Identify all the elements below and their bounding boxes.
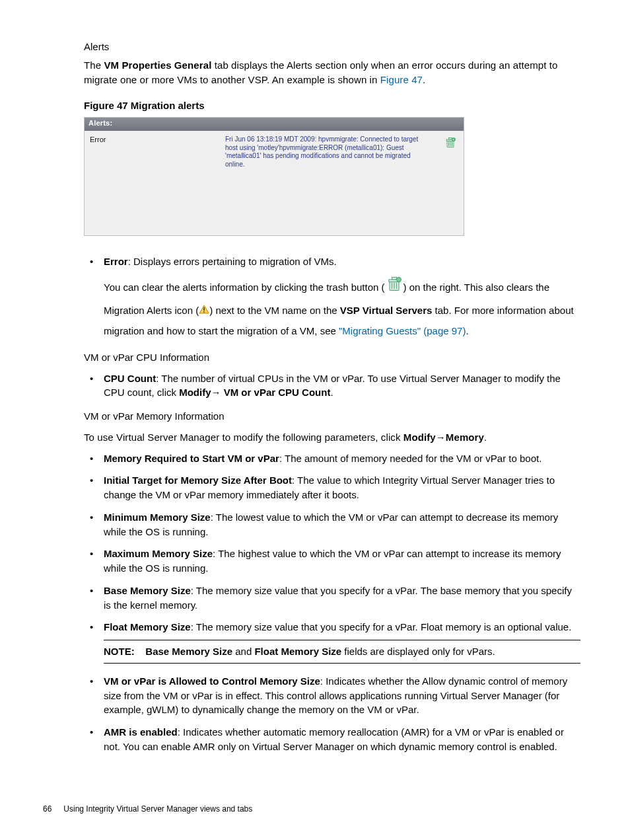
text-bold: VM or vPar CPU Count [221, 387, 331, 398]
page-number: 66 [43, 804, 61, 815]
figure-caption: Figure 47 Migration alerts [84, 98, 580, 113]
text: and [232, 646, 254, 657]
text: : The memory size value that you specify… [191, 621, 572, 632]
warning-icon [199, 301, 209, 321]
text: : Displays errors pertaining to migratio… [128, 256, 337, 267]
section-heading-cpu: VM or vPar CPU Information [84, 350, 580, 365]
intro-paragraph: The VM Properties General tab displays t… [84, 58, 580, 87]
list-item: Maximum Memory Size: The highest value t… [84, 547, 580, 576]
bullet-label: AMR is enabled [104, 726, 178, 738]
bullet-label: Minimum Memory Size [104, 512, 211, 523]
list-item: VM or vPar is Allowed to Control Memory … [84, 674, 580, 717]
svg-rect-9 [392, 277, 396, 280]
text: . [423, 74, 425, 85]
svg-rect-15 [203, 307, 205, 311]
svg-rect-16 [203, 311, 205, 313]
text: . [330, 387, 333, 398]
list-item: Float Memory Size: The memory size value… [84, 620, 580, 664]
footer-title: Using Integrity Virtual Server Manager v… [63, 804, 252, 814]
text-bold: Modify [403, 432, 436, 443]
list-item: Initial Target for Memory Size After Boo… [84, 473, 580, 502]
memory-intro-paragraph: To use Virtual Server Manager to modify … [84, 430, 580, 445]
list-item: AMR is enabled: Indicates whether automa… [84, 725, 580, 754]
cpu-bullet-list: CPU Count: The number of virtual CPUs in… [84, 371, 580, 401]
text-bold: Memory [446, 432, 484, 443]
text: fields are displayed only for vPars. [341, 646, 495, 657]
svg-rect-2 [449, 138, 452, 140]
memory-bullet-list: Memory Required to Start VM or vPar: The… [84, 451, 580, 754]
error-bullet-list: Error: Displays errors pertaining to mig… [84, 254, 580, 341]
link-migrating-guests[interactable]: "Migrating Guests" (page 97) [339, 325, 466, 336]
bullet-label: Float Memory Size [104, 621, 191, 632]
note-block: NOTE: Base Memory Size and Float Memory … [104, 640, 580, 664]
text: . [484, 432, 487, 443]
list-item: CPU Count: The number of virtual CPUs in… [84, 371, 580, 401]
list-item: Error: Displays errors pertaining to mig… [84, 254, 580, 341]
text-bold: VSP Virtual Servers [340, 305, 433, 316]
link-figure-47[interactable]: Figure 47 [380, 74, 423, 85]
text: ) next to the VM name on the [209, 305, 340, 316]
document-page: Alerts The VM Properties General tab dis… [0, 0, 630, 840]
bullet-label: Maximum Memory Size [104, 548, 213, 559]
trash-icon[interactable] [444, 136, 457, 153]
page-footer: 66 Using Integrity Virtual Server Manage… [43, 804, 252, 815]
list-item: Minimum Memory Size: The lowest value to… [84, 510, 580, 539]
text-bold: VM Properties General [104, 59, 211, 71]
figure-row-label: Error [90, 134, 219, 169]
bullet-label: Error [104, 256, 128, 267]
arrow-icon: → [436, 432, 446, 443]
text: The [84, 59, 104, 71]
arrow-icon: → [211, 387, 221, 398]
text-bold: Modify [179, 387, 211, 398]
list-item: Memory Required to Start VM or vPar: The… [84, 451, 580, 466]
bullet-label: Memory Required to Start VM or vPar [104, 453, 279, 464]
bullet-label: Base Memory Size [104, 585, 191, 596]
section-heading-alerts: Alerts [84, 40, 580, 54]
text-bold: Base Memory Size [145, 646, 232, 657]
note-label: NOTE: [104, 646, 135, 657]
bullet-label: VM or vPar is Allowed to Control Memory … [104, 675, 320, 687]
figure-47: Alerts: Error Fri Jun 06 13:18:19 MDT 20… [84, 117, 464, 236]
text: You can clear the alerts information by … [104, 282, 385, 293]
figure-error-message: Fri Jun 06 13:18:19 MDT 2009: hpvmmigrat… [225, 134, 420, 169]
trash-icon [385, 275, 403, 300]
svg-point-13 [396, 277, 401, 282]
bullet-label: CPU Count [104, 373, 156, 384]
figure-header: Alerts: [85, 118, 464, 131]
bullet-subparagraph: You can clear the alerts information by … [104, 276, 580, 341]
section-heading-memory: VM or vPar Memory Information [84, 409, 580, 424]
text: To use Virtual Server Manager to modify … [84, 432, 403, 443]
text: : The amount of memory needed for the VM… [279, 453, 542, 464]
list-item: Base Memory Size: The memory size value … [84, 584, 580, 613]
text-bold: Float Memory Size [254, 646, 341, 657]
svg-point-6 [452, 138, 456, 141]
text: . [466, 325, 468, 336]
bullet-label: Initial Target for Memory Size After Boo… [104, 475, 292, 486]
